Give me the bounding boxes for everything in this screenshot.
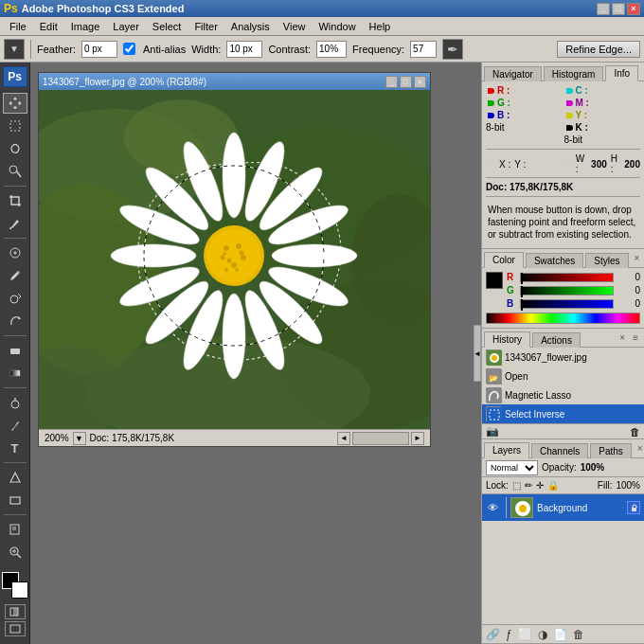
- color-spectrum-bar[interactable]: [486, 313, 640, 324]
- menu-edit[interactable]: Edit: [34, 19, 63, 34]
- history-item-1[interactable]: 📂Open: [482, 367, 644, 385]
- horizontal-scrollbar[interactable]: [352, 432, 409, 445]
- w-label: W :: [576, 153, 587, 174]
- gradient-tool[interactable]: [3, 363, 27, 384]
- history-panel-menu[interactable]: ≡: [629, 332, 642, 343]
- eyedropper-tool[interactable]: [3, 213, 27, 234]
- delete-layer-btn[interactable]: 🗑: [573, 628, 584, 641]
- fg-bg-color-picker[interactable]: [2, 572, 28, 599]
- x-label: X :: [499, 159, 510, 170]
- red-slider-row: R 0: [507, 272, 640, 282]
- left-toolbar: Ps: [0, 63, 30, 644]
- tab-history[interactable]: History: [484, 331, 530, 348]
- tab-histogram[interactable]: Histogram: [544, 66, 604, 81]
- svg-point-49: [207, 229, 260, 282]
- title-bar-buttons[interactable]: _ □ ×: [597, 3, 640, 15]
- menu-layer[interactable]: Layer: [107, 19, 145, 34]
- doc-close-btn[interactable]: ×: [414, 76, 426, 88]
- menu-select[interactable]: Select: [147, 19, 188, 34]
- tab-layers[interactable]: Layers: [484, 442, 529, 458]
- link-layers-btn[interactable]: 🔗: [486, 628, 500, 641]
- dodge-tool[interactable]: [3, 392, 27, 413]
- move-tool[interactable]: [3, 93, 27, 114]
- healing-brush-tool[interactable]: [3, 242, 27, 263]
- menu-view[interactable]: View: [277, 19, 312, 34]
- magic-wand-tool[interactable]: [3, 161, 27, 182]
- menu-file[interactable]: File: [4, 19, 32, 34]
- contrast-input[interactable]: [316, 41, 347, 58]
- history-panel-close[interactable]: ×: [616, 332, 629, 343]
- new-fill-layer-btn[interactable]: ◑: [538, 628, 547, 641]
- menu-help[interactable]: Help: [364, 19, 397, 34]
- crop-tool[interactable]: [3, 190, 27, 211]
- clone-stamp-tool[interactable]: [3, 288, 27, 309]
- scroll-left-btn[interactable]: ◄: [337, 432, 350, 445]
- screen-mode-button[interactable]: [5, 621, 26, 636]
- ps-logo: Ps: [3, 66, 27, 87]
- lock-pixels-btn[interactable]: ✏: [525, 480, 532, 491]
- doc-minimize-btn[interactable]: _: [385, 76, 398, 88]
- zoom-dropdown[interactable]: ▼: [73, 432, 86, 445]
- menu-image[interactable]: Image: [65, 19, 106, 34]
- menu-window[interactable]: Window: [313, 19, 361, 34]
- quick-mask-mode[interactable]: [5, 604, 26, 619]
- scroll-right-btn[interactable]: ►: [411, 432, 424, 445]
- type-tool[interactable]: T: [3, 438, 27, 458]
- color-swatch[interactable]: [486, 272, 503, 289]
- info-panel-close[interactable]: ×: [640, 66, 644, 77]
- layer-item-background[interactable]: 👁 Background: [482, 494, 644, 521]
- menu-analysis[interactable]: Analysis: [225, 19, 276, 34]
- maximize-button[interactable]: □: [612, 3, 625, 15]
- document-content[interactable]: [39, 90, 430, 429]
- notes-tool[interactable]: [3, 519, 27, 540]
- eyedropper-btn[interactable]: ✒: [442, 39, 463, 60]
- width-input[interactable]: [226, 41, 262, 58]
- lock-transparency-btn[interactable]: ⬚: [512, 480, 521, 491]
- background-color[interactable]: [11, 581, 28, 599]
- doc-maximize-btn[interactable]: □: [400, 76, 412, 88]
- lock-all-btn[interactable]: 🔒: [547, 480, 559, 491]
- tab-styles[interactable]: Styles: [585, 253, 628, 268]
- layer-visibility-eye[interactable]: 👁: [486, 501, 499, 514]
- tab-actions[interactable]: Actions: [532, 332, 581, 348]
- history-snapshot-btn[interactable]: 📷: [486, 425, 499, 438]
- marquee-tool[interactable]: [3, 116, 27, 136]
- refine-edge-button[interactable]: Refine Edge...: [557, 41, 640, 58]
- lock-position-btn[interactable]: ✛: [536, 480, 544, 491]
- minimize-button[interactable]: _: [597, 3, 610, 15]
- blend-mode-select[interactable]: Normal: [486, 460, 538, 475]
- layer-style-btn[interactable]: ƒ: [506, 628, 512, 641]
- y-value-cell: Y :: [564, 110, 641, 120]
- menu-filter[interactable]: Filter: [188, 19, 223, 34]
- frequency-input[interactable]: [410, 41, 437, 58]
- c-label: C :: [576, 85, 588, 96]
- lasso-tool[interactable]: [3, 138, 27, 159]
- history-delete-btn[interactable]: 🗑: [630, 426, 640, 438]
- tab-paths[interactable]: Paths: [590, 443, 632, 458]
- path-selection-tool[interactable]: [3, 467, 27, 488]
- panel-collapse-btn[interactable]: ◄: [474, 325, 481, 382]
- tab-color[interactable]: Color: [484, 252, 524, 268]
- history-item-0[interactable]: 1343067_flower.jpg: [482, 348, 644, 367]
- layers-panel-close[interactable]: ×: [634, 443, 644, 454]
- feather-input[interactable]: [81, 41, 117, 58]
- color-panel-close[interactable]: ×: [631, 253, 644, 263]
- tab-channels[interactable]: Channels: [531, 443, 588, 458]
- history-item-3[interactable]: Select Inverse: [482, 404, 644, 423]
- zoom-tool[interactable]: [3, 542, 27, 563]
- layer-mask-btn[interactable]: ⬜: [518, 628, 532, 641]
- history-brush-tool[interactable]: [3, 311, 27, 331]
- eraser-tool[interactable]: [3, 340, 27, 361]
- shape-tool[interactable]: [3, 490, 27, 510]
- tab-swatches[interactable]: Swatches: [526, 253, 583, 268]
- new-layer-btn[interactable]: 📄: [553, 628, 567, 641]
- doc-title-buttons[interactable]: _ □ ×: [385, 76, 426, 88]
- pen-tool[interactable]: [3, 415, 27, 436]
- close-button[interactable]: ×: [627, 3, 640, 15]
- history-item-2[interactable]: Magnetic Lasso: [482, 385, 644, 404]
- anti-alias-checkbox[interactable]: [123, 43, 135, 55]
- tab-info[interactable]: Info: [605, 65, 638, 81]
- tool-preset-picker[interactable]: ▼: [4, 39, 25, 60]
- tab-navigator[interactable]: Navigator: [484, 66, 542, 81]
- brush-tool[interactable]: [3, 265, 27, 286]
